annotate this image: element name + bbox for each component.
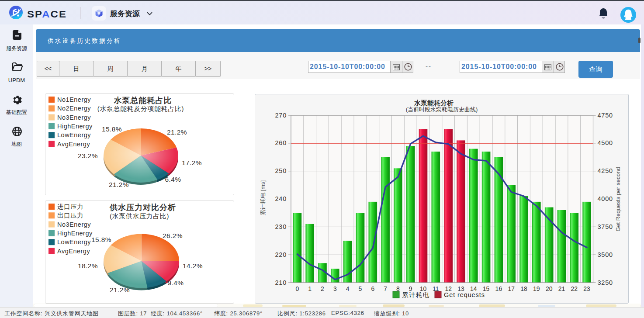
svg-text:240: 240 [275,195,287,202]
svg-text:5: 5 [359,285,362,292]
svg-text:Get Requests per second: Get Requests per second [615,167,621,231]
svg-text:19: 19 [533,285,540,292]
svg-text:LowEnergy: LowEnergy [57,131,91,138]
svg-text:7: 7 [384,285,387,292]
svg-text:AvgEnergy: AvgEnergy [57,141,90,148]
svg-text:21.2%: 21.2% [167,128,187,136]
svg-text:No2Energy: No2Energy [57,105,91,112]
svg-text:21.2%: 21.2% [109,181,129,188]
svg-text:260: 260 [275,139,287,146]
svg-text:(水泵总能耗及分项能耗占比): (水泵总能耗及分项能耗占比) [97,105,184,112]
svg-text:26.2%: 26.2% [163,232,183,239]
svg-text:23: 23 [583,285,590,292]
svg-text:供水压力对比分析: 供水压力对比分析 [109,203,176,212]
svg-text:3750: 3750 [598,223,613,230]
svg-text:220: 220 [275,251,287,258]
svg-text:6: 6 [371,285,374,292]
svg-text:累计耗电: 累计耗电 [402,291,430,298]
svg-text:(当前时段水泵耗电历史曲线): (当前时段水泵耗电历史曲线) [406,106,478,113]
svg-text:No3Energy: No3Energy [57,221,91,228]
svg-text:21.2%: 21.2% [110,286,130,294]
svg-text:出口压力: 出口压力 [57,212,83,219]
svg-text:4: 4 [346,285,350,292]
svg-text:1: 1 [308,285,312,292]
svg-text:进口压力: 进口压力 [57,203,83,210]
svg-text:18: 18 [520,285,527,292]
svg-text:0: 0 [296,285,299,292]
svg-text:4000: 4000 [598,195,613,202]
svg-text:22: 22 [571,285,578,292]
svg-text:16: 16 [495,285,502,292]
svg-text:6.4%: 6.4% [165,176,181,183]
svg-text:3500: 3500 [598,251,613,258]
svg-text:水泵能耗分析: 水泵能耗分析 [414,99,454,107]
svg-text:Get requests: Get requests [444,291,485,298]
svg-text:21: 21 [558,285,565,292]
svg-text:14.2%: 14.2% [183,262,203,270]
svg-text:20: 20 [546,285,553,292]
svg-text:HighEnergy: HighEnergy [57,230,93,237]
svg-text:3250: 3250 [598,279,613,286]
svg-text:270: 270 [275,112,287,119]
svg-text:17.2%: 17.2% [182,159,202,166]
svg-text:18.2%: 18.2% [78,262,98,270]
svg-text:HighEnergy: HighEnergy [57,123,93,130]
svg-text:4750: 4750 [598,112,613,119]
svg-text:3: 3 [333,285,337,292]
svg-text:No1Energy: No1Energy [57,96,91,103]
svg-text:17: 17 [508,285,515,292]
svg-text:210: 210 [275,279,287,286]
svg-text:250: 250 [275,167,287,174]
svg-text:15.8%: 15.8% [91,236,111,243]
svg-text:4500: 4500 [598,139,613,146]
svg-text:累计耗电 [ms]: 累计耗电 [ms] [260,180,266,215]
svg-text:9.4%: 9.4% [168,279,184,287]
svg-text:No3Energy: No3Energy [57,114,91,121]
svg-text:23.2%: 23.2% [78,152,98,159]
svg-text:2: 2 [321,285,324,292]
svg-text:230: 230 [275,223,287,230]
svg-text:AvgEnergy: AvgEnergy [57,248,90,255]
svg-text:4250: 4250 [598,167,613,174]
svg-text:LowEnergy: LowEnergy [57,238,91,245]
svg-text:水泵总能耗占比: 水泵总能耗占比 [114,96,172,105]
svg-text:15.8%: 15.8% [102,125,122,133]
svg-text:(水泵供水压力占比): (水泵供水压力占比) [110,212,169,220]
